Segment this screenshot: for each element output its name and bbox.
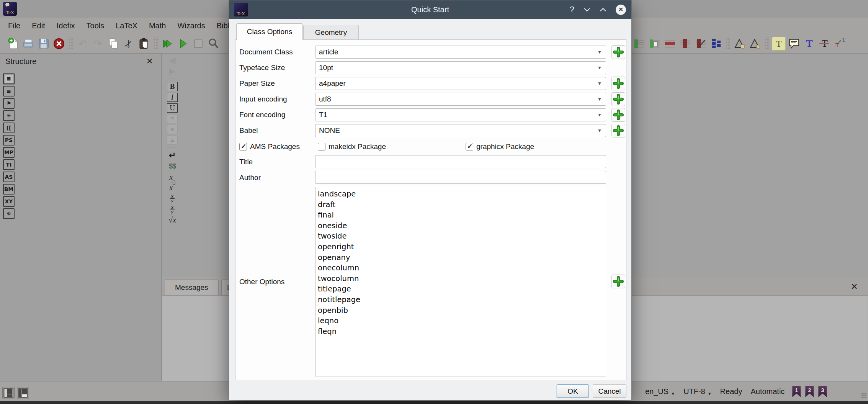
side-tab[interactable]: ≡ <box>3 86 15 97</box>
ams-packages-checkbox[interactable]: AMS Packages <box>239 142 300 151</box>
text-color-icon[interactable]: T <box>803 37 816 51</box>
italic-icon[interactable]: I <box>167 93 178 102</box>
side-tab[interactable]: XY <box>3 196 15 207</box>
other-option-item[interactable]: fleqn <box>318 326 606 337</box>
text-style-icon[interactable]: T <box>772 37 786 51</box>
tab-geometry[interactable]: Geometry <box>303 25 359 40</box>
bold-icon[interactable]: B <box>167 82 178 91</box>
other-option-item[interactable]: leqno <box>318 316 606 326</box>
stop-icon[interactable] <box>191 37 205 51</box>
shade-up-icon[interactable] <box>600 8 606 12</box>
other-option-item[interactable]: openbib <box>318 305 606 316</box>
menu-item[interactable]: Tools <box>81 18 110 34</box>
script-style-icon[interactable]: T T <box>833 37 847 51</box>
side-tab[interactable]: PS <box>3 135 15 146</box>
table-add-column-icon[interactable] <box>633 37 646 51</box>
typeface-size-combo[interactable]: 10pt ▼ <box>315 61 606 74</box>
side-tab[interactable]: MP <box>3 147 15 158</box>
add-document-class-button[interactable] <box>611 45 625 59</box>
underline-icon[interactable]: U <box>167 103 178 113</box>
other-option-item[interactable]: twoside <box>318 231 606 242</box>
copy-icon[interactable] <box>106 37 120 51</box>
side-tab[interactable]: ≣ <box>3 74 15 84</box>
strikeout-icon[interactable]: T <box>818 37 832 51</box>
help-icon[interactable]: ? <box>570 5 574 15</box>
array-environment-icon[interactable] <box>733 37 747 51</box>
eol-mode-selector[interactable]: Automatic <box>750 387 785 396</box>
babel-combo[interactable]: NONE ▼ <box>315 124 606 137</box>
graphicx-package-checkbox[interactable]: graphicx Package <box>466 142 534 151</box>
paste-icon[interactable] <box>137 37 151 51</box>
undo-icon[interactable]: ↶ <box>76 37 90 51</box>
cut-icon[interactable]: ✂ <box>122 37 136 51</box>
table-split-icon[interactable] <box>709 37 723 51</box>
align-left-icon[interactable]: ≡ <box>167 114 178 123</box>
menu-item[interactable]: Math <box>143 18 172 34</box>
toggle-messages-view-icon[interactable] <box>17 387 29 399</box>
add-input-encoding-button[interactable] <box>611 92 625 106</box>
menu-item[interactable]: File <box>2 18 26 34</box>
redo-icon[interactable]: ↷ <box>91 37 105 51</box>
find-icon[interactable] <box>207 37 221 51</box>
language-selector[interactable]: en_US <box>645 387 669 396</box>
align-center-icon[interactable]: ≡ <box>167 125 178 134</box>
newline-icon[interactable]: ↵ <box>167 151 178 160</box>
superscript-icon[interactable]: x□ <box>167 183 178 192</box>
other-option-item[interactable]: openany <box>318 252 606 263</box>
side-tab[interactable]: ✵ <box>3 208 15 219</box>
other-option-item[interactable]: onecolumn <box>318 263 606 273</box>
other-option-item[interactable]: landscape <box>318 189 606 200</box>
close-file-icon[interactable] <box>52 37 66 51</box>
menu-item[interactable]: Wizards <box>172 18 211 34</box>
previous-document-icon[interactable]: ◀ <box>167 56 178 65</box>
menu-item[interactable]: Idefix <box>51 18 81 34</box>
comment-icon[interactable] <box>787 37 801 51</box>
dialog-titlebar[interactable]: TeX Quick Start ? ✕ <box>229 0 631 19</box>
array-environment-alt-icon[interactable] <box>748 37 762 51</box>
next-document-icon[interactable]: ▶ <box>167 67 178 76</box>
other-option-item[interactable]: oneside <box>318 221 606 231</box>
author-input[interactable] <box>315 171 606 184</box>
other-options-list[interactable]: landscapedraftfinalonesidetwosideopenrig… <box>315 187 606 376</box>
subscript-icon[interactable]: x□ <box>167 172 178 182</box>
resize-grip[interactable] <box>861 393 866 398</box>
frac-icon[interactable]: xy <box>167 194 178 203</box>
dfrac-icon[interactable]: xy <box>167 204 178 214</box>
add-other-option-button[interactable] <box>611 275 625 288</box>
input-encoding-combo[interactable]: utf8 ▼ <box>315 93 606 106</box>
side-tab[interactable]: AS <box>3 172 15 182</box>
other-option-item[interactable]: openright <box>318 242 606 252</box>
inline-math-icon[interactable]: $$ <box>167 162 178 171</box>
title-input[interactable] <box>315 155 606 168</box>
dialog-close-icon[interactable]: ✕ <box>616 5 626 15</box>
side-tab[interactable]: BM <box>3 184 15 195</box>
other-option-item[interactable]: final <box>318 210 606 221</box>
messages-close-icon[interactable]: ✕ <box>851 282 858 292</box>
bookmark-icon[interactable]: 1 <box>792 386 801 397</box>
other-option-item[interactable]: twocolumn <box>318 273 606 284</box>
bookmark-icon[interactable]: 2 <box>805 386 814 397</box>
bookmark-icon[interactable]: 3 <box>818 386 827 397</box>
shade-down-icon[interactable] <box>584 8 590 12</box>
paper-size-combo[interactable]: a4paper ▼ <box>315 77 606 90</box>
menu-item[interactable]: Edit <box>26 18 51 34</box>
makeidx-package-checkbox[interactable]: makeidx Package <box>318 142 386 151</box>
other-option-item[interactable]: notitlepage <box>318 294 606 305</box>
structure-panel-close-icon[interactable]: ✕ <box>146 57 153 66</box>
side-tab[interactable]: TI <box>3 159 15 170</box>
run-icon[interactable] <box>176 37 190 51</box>
menu-item[interactable]: LaTeX <box>110 18 143 34</box>
ok-button[interactable]: OK <box>557 384 589 398</box>
quick-build-icon[interactable] <box>161 37 175 51</box>
table-add-row-icon[interactable] <box>678 37 692 51</box>
sqrt-icon[interactable]: √x <box>167 215 178 224</box>
cancel-button[interactable]: Cancel <box>593 384 626 398</box>
other-option-item[interactable]: titlepage <box>318 284 606 294</box>
save-icon[interactable] <box>37 37 51 51</box>
other-option-item[interactable]: draft <box>318 200 606 210</box>
tab-class-options[interactable]: Class Options <box>236 23 303 40</box>
table-delete-row-icon[interactable] <box>663 37 677 51</box>
side-tab[interactable]: ([ <box>3 123 15 133</box>
font-encoding-combo[interactable]: T1 ▼ <box>315 108 606 121</box>
open-file-icon[interactable] <box>21 37 35 51</box>
